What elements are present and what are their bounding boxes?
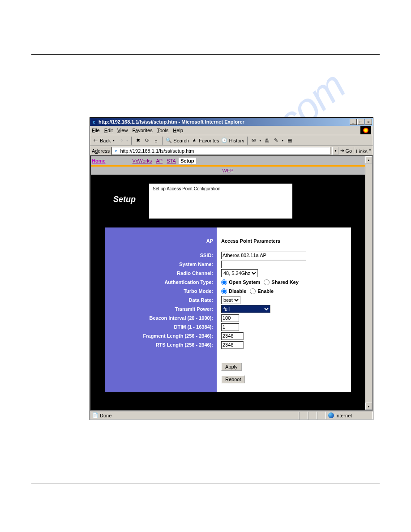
mail-dropdown-icon: ▼: [259, 139, 262, 142]
history-icon: 🕒: [221, 137, 228, 144]
menu-view[interactable]: View: [117, 128, 128, 133]
turbo-enable-label: Enable: [257, 288, 274, 294]
ssid-label: SSID:: [108, 251, 213, 260]
scroll-up-button[interactable]: ▲: [365, 156, 372, 163]
home-icon: ⌂: [152, 137, 159, 144]
close-button[interactable]: ×: [365, 119, 372, 125]
globe-icon: [328, 412, 334, 418]
page-rule-top: [31, 54, 380, 55]
zone-text: Internet: [335, 413, 352, 418]
status-segment: [308, 412, 317, 420]
status-left: 📄 Done: [90, 412, 299, 420]
go-label: Go: [345, 148, 352, 154]
ap-heading: Access Point Parameters: [221, 236, 347, 245]
nav-home[interactable]: Home: [92, 158, 106, 163]
favorites-button[interactable]: ★Favorites: [191, 137, 219, 144]
rts-input[interactable]: [221, 341, 244, 349]
ie-icon: [91, 119, 97, 125]
menu-file[interactable]: File: [92, 128, 100, 133]
go-button[interactable]: ➔Go: [340, 148, 352, 154]
apply-button[interactable]: Apply: [221, 363, 242, 371]
nav-sta[interactable]: STA: [167, 158, 176, 163]
toolbar: ⇐ Back ▼ ⇒ ▼ ✖ ⟳ ⌂ 🔍Search ★Favorites 🕒H…: [90, 135, 373, 146]
browser-window: http://192.168.1.1/fs/ssi/setup.htm - Mi…: [90, 117, 373, 420]
home-button[interactable]: ⌂: [152, 137, 159, 144]
discuss-icon: ▤: [286, 137, 293, 144]
print-button[interactable]: 🖶: [264, 137, 271, 144]
address-dropdown[interactable]: ▼: [332, 147, 338, 155]
forward-icon: ⇒: [117, 137, 124, 144]
toolbar-separator: [162, 137, 163, 145]
header-section: Setup Set up Access Point Configuration: [91, 175, 365, 223]
page-rule-bottom: [31, 484, 380, 484]
toolbar-separator: [131, 137, 132, 145]
history-button[interactable]: 🕒History: [221, 137, 244, 144]
tx-power-label: Transmit Power:: [108, 305, 213, 313]
search-icon: 🔍: [165, 137, 172, 144]
dtim-input[interactable]: [221, 323, 239, 331]
discuss-button[interactable]: ▤: [286, 137, 293, 144]
menu-favorites[interactable]: Favorites: [132, 128, 152, 133]
favorites-icon: ★: [191, 137, 198, 144]
menu-edit[interactable]: Edit: [104, 128, 113, 133]
data-rate-label: Data Rate:: [108, 296, 213, 305]
forward-button[interactable]: ⇒ ▼: [117, 137, 128, 144]
turbo-enable-radio[interactable]: [250, 288, 256, 294]
go-icon: ➔: [340, 148, 344, 154]
status-text: Done: [100, 413, 111, 418]
mail-button[interactable]: ✉▼: [250, 137, 262, 144]
dtim-label: DTIM (1 - 16384):: [108, 322, 213, 331]
tx-power-select[interactable]: full: [221, 305, 270, 313]
edit-icon: ✎: [273, 137, 280, 144]
back-dropdown-icon: ▼: [112, 139, 115, 142]
scroll-track[interactable]: [365, 163, 372, 403]
nav-vxworks[interactable]: VxWorks: [133, 158, 152, 163]
beacon-input[interactable]: [221, 314, 239, 322]
radio-channel-select[interactable]: 48, 5.24Ghz: [221, 269, 258, 277]
toolbar-separator: [247, 137, 248, 145]
status-zone: Internet: [326, 412, 373, 420]
status-bar: 📄 Done Internet: [90, 411, 373, 420]
refresh-button[interactable]: ⟳: [143, 137, 150, 144]
scroll-down-button[interactable]: ▼: [365, 403, 372, 410]
reboot-button[interactable]: Reboot: [221, 375, 245, 383]
back-icon: ⇐: [92, 137, 99, 144]
minimize-button[interactable]: _: [350, 119, 357, 125]
page-content: Home VxWorks AP STA Setup WEP Setup Set …: [91, 156, 365, 410]
auth-type-label: Authentication Type:: [108, 278, 213, 287]
window-controls: _ □ ×: [350, 119, 372, 125]
auth-open-radio[interactable]: [221, 279, 227, 285]
window-title: http://192.168.1.1/fs/ssi/setup.htm - Mi…: [98, 119, 350, 124]
turbo-mode-label: Turbo Mode:: [108, 287, 213, 296]
menu-tools[interactable]: Tools: [157, 128, 169, 133]
back-button[interactable]: ⇐ Back ▼: [92, 137, 115, 144]
nav-setup[interactable]: Setup: [179, 158, 196, 164]
form-labels: AP SSID: System Name: Radio Channel: Aut…: [105, 227, 217, 392]
content-area: Home VxWorks AP STA Setup WEP Setup Set …: [90, 155, 373, 411]
auth-type-group: Open System Shared Key: [221, 278, 347, 287]
search-button[interactable]: 🔍Search: [165, 137, 189, 144]
auth-shared-label: Shared Key: [271, 279, 299, 285]
edit-dropdown-icon: ▼: [281, 139, 284, 142]
rts-label: RTS Length (256 - 2346):: [108, 340, 213, 349]
nav-wep[interactable]: WEP: [222, 168, 233, 173]
maximize-button[interactable]: □: [357, 119, 364, 125]
system-name-input[interactable]: [221, 261, 306, 268]
ssid-input[interactable]: [221, 252, 306, 259]
menu-help[interactable]: Help: [173, 128, 183, 133]
edit-button[interactable]: ✎▼: [273, 137, 284, 144]
links-button[interactable]: Links »: [354, 147, 371, 154]
nav-ap[interactable]: AP: [156, 158, 163, 163]
search-label: Search: [173, 138, 189, 143]
fragment-input[interactable]: [221, 332, 244, 340]
address-input[interactable]: e http://192.168.1.1/fs/ssi/setup.htm: [111, 147, 330, 155]
auth-shared-radio[interactable]: [264, 279, 270, 285]
status-segment: [317, 412, 326, 420]
data-rate-select[interactable]: best: [221, 296, 240, 304]
page-icon: 📄: [92, 412, 98, 418]
stop-button[interactable]: ✖: [134, 137, 141, 144]
turbo-disable-radio[interactable]: [221, 288, 227, 294]
form-panel: AP SSID: System Name: Radio Channel: Aut…: [105, 227, 351, 392]
auth-open-label: Open System: [229, 279, 260, 285]
vertical-scrollbar[interactable]: ▲ ▼: [365, 156, 372, 410]
